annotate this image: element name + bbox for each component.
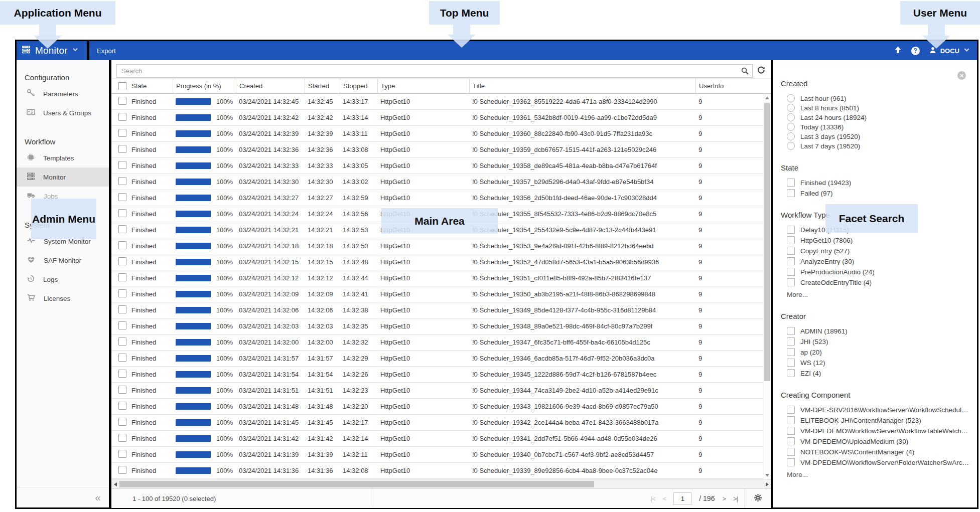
row-checkbox[interactable] — [118, 418, 126, 426]
sidebar-item-logs[interactable]: Logs — [17, 270, 109, 289]
page-number-input[interactable] — [673, 492, 691, 505]
scroll-left-arrow[interactable] — [114, 482, 117, 486]
facet-option-ap-20[interactable]: ap (20) — [787, 348, 970, 356]
facet-option-ws-12[interactable]: WS (12) — [787, 359, 970, 367]
checkbox[interactable] — [787, 437, 795, 445]
table-row[interactable]: Finished100%03/24/2021 14:32:1514:32:151… — [111, 254, 771, 270]
row-checkbox[interactable] — [118, 193, 126, 201]
checkbox[interactable] — [787, 226, 795, 234]
table-row[interactable]: Finished100%03/24/2021 14:31:4214:31:421… — [111, 431, 771, 447]
checkbox[interactable] — [787, 337, 795, 346]
sidebar-item-parameters[interactable]: Parameters — [17, 84, 109, 103]
checkbox[interactable] — [787, 348, 795, 356]
column-header-created[interactable]: Created — [236, 79, 305, 93]
table-row[interactable]: Finished100%03/24/2021 14:32:3614:32:361… — [111, 142, 771, 158]
sidebar-item-saf-monitor[interactable]: SAF Monitor — [17, 251, 109, 270]
checkbox[interactable] — [787, 427, 795, 435]
table-row[interactable]: Finished100%03/24/2021 14:31:3914:31:391… — [111, 447, 771, 463]
search-input[interactable] — [116, 64, 753, 78]
row-checkbox[interactable] — [118, 145, 126, 153]
column-header-userinfo[interactable]: UserInfo — [695, 79, 771, 93]
row-checkbox[interactable] — [118, 321, 126, 329]
help-icon[interactable]: ? — [911, 47, 920, 55]
checkbox[interactable] — [787, 369, 795, 377]
row-checkbox[interactable] — [118, 273, 126, 281]
row-checkbox[interactable] — [118, 161, 126, 169]
facet-more-link-creating-component[interactable]: More... — [787, 471, 970, 478]
facet-option-preproductionaudio-24[interactable]: PreProductionAudio (24) — [787, 268, 970, 276]
scroll-up-arrow[interactable] — [765, 96, 769, 99]
facet-option-copyentry-527[interactable]: CopyEntry (527) — [787, 247, 970, 255]
facet-option-last-24-hours-18924[interactable]: Last 24 hours (18924) — [787, 113, 970, 121]
table-row[interactable]: Finished100%03/24/2021 14:32:2714:32:271… — [111, 190, 771, 206]
close-icon[interactable]: × — [957, 71, 966, 80]
row-checkbox[interactable] — [118, 370, 126, 378]
select-all-checkbox[interactable] — [118, 82, 126, 90]
facet-option-notebook-ws-contentmanager-4[interactable]: NOTEBOOK-WS\ContentManager (4) — [787, 448, 970, 456]
radio-button[interactable] — [787, 113, 795, 121]
radio-button[interactable] — [787, 94, 795, 102]
table-row[interactable]: Finished100%03/24/2021 14:32:0614:32:061… — [111, 302, 771, 318]
row-checkbox[interactable] — [118, 354, 126, 362]
table-row[interactable]: Finished100%03/24/2021 14:31:5114:31:511… — [111, 383, 771, 399]
radio-button[interactable] — [787, 123, 795, 131]
table-row[interactable]: Finished100%03/24/2021 14:32:1814:32:181… — [111, 238, 771, 254]
row-checkbox[interactable] — [118, 97, 126, 105]
horizontal-scrollbar[interactable] — [111, 479, 771, 488]
vertical-scrollbar[interactable] — [763, 94, 771, 479]
checkbox[interactable] — [787, 179, 795, 187]
table-row[interactable]: Finished100%03/24/2021 14:31:5714:31:571… — [111, 351, 771, 367]
previous-page-button[interactable]: < — [663, 495, 666, 502]
table-row[interactable]: Finished100%03/24/2021 14:32:3914:32:391… — [111, 126, 771, 142]
table-row[interactable]: Finished100%03/24/2021 14:32:3014:32:301… — [111, 174, 771, 190]
sidebar-item-licenses[interactable]: Licenses — [17, 289, 109, 308]
checkbox[interactable] — [787, 268, 795, 276]
sidebar-item-users-groups[interactable]: Users & Groups — [17, 103, 109, 122]
facet-option-failed-97[interactable]: Failed (97) — [787, 189, 970, 197]
checkbox[interactable] — [787, 327, 795, 335]
checkbox[interactable] — [787, 189, 795, 197]
arrow-up-icon[interactable] — [894, 46, 902, 56]
row-checkbox[interactable] — [118, 225, 126, 233]
collapse-sidebar-button[interactable]: « — [95, 491, 101, 503]
facet-option-finished-19423[interactable]: Finished (19423) — [787, 179, 970, 187]
top-menu-export[interactable]: Export — [89, 47, 123, 55]
checkbox[interactable] — [787, 458, 795, 466]
row-checkbox[interactable] — [118, 337, 126, 346]
table-row[interactable]: Finished100%03/24/2021 14:32:0014:32:001… — [111, 334, 771, 351]
next-page-button[interactable]: > — [722, 495, 726, 502]
facet-option-last-7-days-19520[interactable]: Last 7 days (19520) — [787, 142, 970, 150]
row-checkbox[interactable] — [118, 241, 126, 249]
row-checkbox[interactable] — [118, 257, 126, 265]
facet-option-vm-dpedemo-workflowserver-folderwatcherswarchiv[interactable]: VM-DPEDEMO\WorkflowServer\FolderWatcherS… — [787, 458, 970, 466]
row-checkbox[interactable] — [118, 289, 126, 297]
facet-option-vm-dpedemo-workflowserver-workflowtablewatcher[interactable]: VM-DPEDEMO\WorkflowServer\WorkflowTableW… — [787, 427, 970, 435]
table-row[interactable]: Finished100%03/24/2021 14:31:4814:31:481… — [111, 399, 771, 415]
scroll-right-arrow[interactable] — [766, 482, 769, 486]
column-header-state[interactable]: State — [128, 79, 173, 93]
column-header-title[interactable]: Title — [469, 79, 695, 93]
checkbox[interactable] — [787, 247, 795, 255]
row-checkbox[interactable] — [118, 113, 126, 121]
checkbox[interactable] — [787, 236, 795, 244]
table-row[interactable]: Finished100%03/24/2021 14:32:3314:32:331… — [111, 158, 771, 174]
table-row[interactable]: Finished100%03/24/2021 14:32:4514:32:451… — [111, 94, 771, 110]
radio-button[interactable] — [787, 142, 795, 150]
scroll-down-arrow[interactable] — [765, 474, 769, 477]
row-checkbox[interactable] — [118, 305, 126, 313]
facet-option-elitebook-jhi-contentmanager-523[interactable]: ELITEBOOK-JHI\ContentManager (523) — [787, 416, 970, 424]
checkbox[interactable] — [787, 359, 795, 367]
facet-option-admin-18961[interactable]: ADMIN (18961) — [787, 327, 970, 335]
table-row[interactable]: Finished100%03/24/2021 14:31:5414:31:541… — [111, 367, 771, 383]
checkbox[interactable] — [787, 257, 795, 265]
table-row[interactable]: Finished100%03/24/2021 14:32:4214:32:421… — [111, 110, 771, 126]
checkbox[interactable] — [787, 278, 795, 286]
facet-option-vm-dpedemo-uploadmedium-30[interactable]: VM-DPEDEMO\UploadMedium (30) — [787, 437, 970, 445]
table-row[interactable]: Finished100%03/24/2021 14:32:1214:32:121… — [111, 270, 771, 286]
refresh-icon[interactable] — [757, 66, 767, 75]
facet-more-link-workflow-type[interactable]: More... — [787, 291, 970, 298]
search-icon[interactable] — [741, 67, 749, 77]
checkbox[interactable] — [787, 406, 795, 414]
row-checkbox[interactable] — [118, 209, 126, 217]
facet-option-last-hour-961[interactable]: Last hour (961) — [787, 94, 970, 102]
